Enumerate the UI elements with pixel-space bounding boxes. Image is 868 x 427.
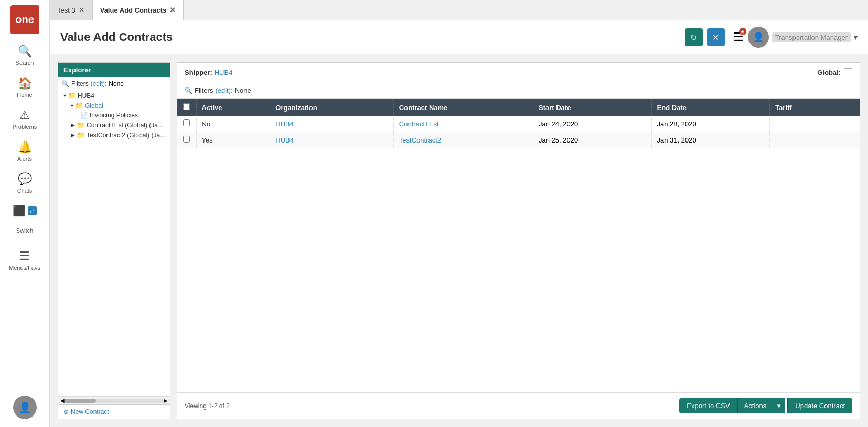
tab-close-icon[interactable]: ✕ (169, 6, 176, 14)
tree-item-label: HUB4 (78, 92, 94, 100)
sidebar-item-label: Alerts (17, 156, 32, 162)
sidebar-bottom: 👤 (13, 396, 37, 427)
header-actions: ↻ ✕ ☰ ★ 👤 Transportation Manager ▾ (685, 27, 858, 48)
row-checkbox[interactable] (183, 119, 190, 126)
row-active: Yes (196, 132, 270, 148)
tree-item-hub4[interactable]: ▾ 📁 HUB4 (61, 91, 167, 101)
row-checkbox[interactable] (183, 136, 190, 143)
org-link[interactable]: HUB4 (275, 136, 294, 144)
table-body: No HUB4 ContractTEst Jan 24, 2020 Jan 28… (177, 116, 860, 148)
tree-item-invoicing[interactable]: 📄 Invoicing Policies (61, 111, 167, 120)
sidebar-item-home[interactable]: 🏠 Home (0, 71, 49, 103)
filter-label: Filters (71, 80, 89, 87)
global-label: Global: (817, 69, 841, 76)
tab-value-add-contracts[interactable]: Value Add Contracts ✕ (93, 0, 184, 20)
sidebar-item-chats[interactable]: 💬 Chats (0, 167, 49, 199)
content-area: Explorer 🔍 Filters (edit): None ▾ 📁 HUB4… (50, 54, 868, 427)
folder-icon: 📁 (68, 92, 76, 100)
row-active: No (196, 116, 270, 132)
row-checkbox-cell (177, 132, 196, 148)
filter-edit-link[interactable]: (edit): (215, 86, 232, 94)
star-icon: ★ (740, 29, 745, 35)
document-icon: 📄 (80, 112, 88, 119)
th-actions (834, 99, 860, 116)
tree-item-label: TestContract2 (Global) (Jan 25,... (87, 132, 167, 139)
shipper-row: Shipper: HUB4 (185, 69, 232, 76)
viewing-count: Viewing 1-2 of 2 (185, 402, 230, 410)
folder-icon: 📁 (75, 102, 83, 110)
scrollbar-thumb[interactable] (65, 399, 96, 403)
row-contract-name: ContractTEst (393, 116, 533, 132)
select-all-checkbox[interactable] (183, 103, 190, 110)
sidebar-item-switch[interactable]: ⬛ ⇄ (0, 199, 49, 222)
filter-edit-link[interactable]: (edit): (91, 80, 107, 87)
sidebar-item-menus[interactable]: ☰ Menus/Favs (0, 244, 49, 276)
tree-item-testcontract2[interactable]: ▶ 📁 TestContract2 (Global) (Jan 25,... (61, 130, 167, 140)
row-tariff (770, 132, 834, 148)
app-logo[interactable]: one (10, 5, 39, 34)
shipper-value[interactable]: HUB4 (215, 69, 233, 76)
update-contract-button[interactable]: Update Contract (787, 398, 852, 413)
sidebar: one 🔍 Search 🏠 Home ⚠ Problems 🔔 Alerts … (0, 0, 50, 427)
table-row: Yes HUB4 TestContract2 Jan 25, 2020 Jan … (177, 132, 860, 148)
contract-link[interactable]: TestContract2 (399, 136, 441, 144)
row-checkbox-cell (177, 116, 196, 132)
th-tariff: Tariff (770, 99, 834, 116)
home-icon: 🏠 (18, 76, 32, 90)
table-header-row: Active Organization Contract Name Start … (177, 99, 860, 116)
tab-close-icon[interactable]: ✕ (79, 6, 85, 14)
tab-test3[interactable]: Test 3 ✕ (50, 0, 93, 20)
sidebar-item-label: Home (17, 92, 32, 98)
tree-toggle-icon[interactable]: ▾ (63, 93, 66, 98)
shipper-label: Shipper: (185, 69, 212, 76)
actions-label: Actions (744, 402, 767, 410)
chat-icon: 💬 (18, 172, 32, 186)
tree-item-contracttest[interactable]: ▶ 📁 ContractTEst (Global) (Jan 24, 2... (61, 120, 167, 130)
tree-item-label: Global (85, 102, 103, 110)
tree-toggle-icon[interactable]: ▾ (71, 103, 73, 108)
new-contract-row: ⊕ New Contract (63, 408, 165, 415)
table-row: No HUB4 ContractTEst Jan 24, 2020 Jan 28… (177, 116, 860, 132)
contract-link[interactable]: ContractTEst (399, 120, 439, 128)
main-content-panel: Shipper: HUB4 Global: 🔍 Filters (edit): … (177, 62, 860, 419)
global-checkbox[interactable] (844, 68, 852, 76)
explorer-title: Explorer (63, 66, 91, 74)
sidebar-item-problems[interactable]: ⚠ Problems (0, 103, 49, 135)
actions-dropdown-button[interactable]: ▾ (773, 398, 785, 413)
row-start-date: Jan 25, 2020 (533, 132, 651, 148)
user-avatar-bottom[interactable]: 👤 (13, 396, 37, 419)
tree-toggle-icon[interactable]: ▶ (71, 122, 75, 128)
row-extra (834, 132, 860, 148)
actions-button[interactable]: Actions (737, 398, 773, 413)
row-organization: HUB4 (270, 116, 394, 132)
tree-item-label: Invoicing Policies (90, 112, 138, 119)
refresh-button[interactable]: ↻ (685, 28, 703, 46)
new-contract-link[interactable]: New Contract (71, 408, 109, 415)
explorer-scrollbar[interactable]: ◀ ▶ (58, 396, 170, 404)
menu-icon-container[interactable]: ☰ ★ (733, 30, 744, 44)
menu-icon: ☰ (19, 249, 30, 263)
main-area: Test 3 ✕ Value Add Contracts ✕ Value Add… (50, 0, 868, 427)
user-menu[interactable]: 👤 Transportation Manager ▾ (748, 27, 858, 48)
tree-toggle-icon[interactable]: ▶ (71, 132, 75, 138)
search-icon: 🔍 (18, 45, 32, 58)
tab-label: Test 3 (57, 6, 76, 14)
sidebar-item-search[interactable]: 🔍 Search (0, 39, 49, 71)
export-csv-button[interactable]: Export to CSV (679, 398, 737, 413)
table-container: Active Organization Contract Name Start … (177, 99, 860, 392)
tab-bar: Test 3 ✕ Value Add Contracts ✕ (50, 0, 868, 20)
sidebar-item-label: Chats (17, 188, 33, 194)
org-link[interactable]: HUB4 (275, 120, 294, 128)
plus-icon: ⊕ (63, 408, 69, 415)
scroll-left-arrow[interactable]: ◀ (60, 398, 65, 403)
tree-item-global[interactable]: ▾ 📁 Global (61, 101, 167, 111)
th-checkbox (177, 99, 196, 116)
switch-badge: ⇄ (28, 206, 37, 215)
folder-icon: 📁 (77, 121, 85, 129)
sidebar-item-alerts[interactable]: 🔔 Alerts (0, 135, 49, 167)
scrollbar-track[interactable] (65, 399, 164, 403)
tree-item-label: ContractTEst (Global) (Jan 24, 2... (87, 122, 167, 129)
filter-icon: 🔍 (61, 80, 69, 87)
close-button[interactable]: ✕ (707, 28, 725, 46)
scroll-right-arrow[interactable]: ▶ (164, 398, 168, 403)
